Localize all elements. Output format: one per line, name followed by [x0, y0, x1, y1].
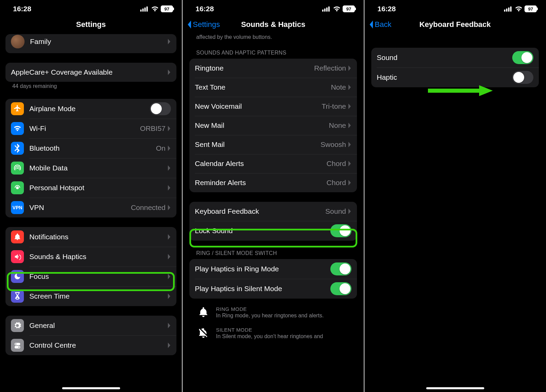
chevron-left-icon	[187, 20, 192, 29]
page-title: Sounds & Haptics	[241, 20, 305, 29]
group-applecare: AppleCare+ Coverage Available	[5, 63, 176, 82]
home-indicator	[62, 387, 120, 389]
ring-info-body: In Ring mode, you hear ringtones and ale…	[216, 313, 324, 319]
silent-info-body: In Silent mode, you don't hear ringtones…	[216, 333, 323, 340]
notifications-row[interactable]: Notifications	[5, 227, 176, 247]
focus-row[interactable]: Focus	[5, 267, 176, 286]
home-indicator	[426, 387, 484, 389]
chevron-right-icon	[168, 322, 171, 329]
general-label: General	[29, 321, 168, 330]
status-right: 97	[504, 5, 537, 12]
general-row[interactable]: General	[5, 316, 176, 335]
mobile-data-row[interactable]: Mobile Data	[5, 158, 176, 178]
vpn-icon: VPN	[11, 201, 24, 214]
control-centre-row[interactable]: Control Centre	[5, 335, 176, 355]
silent-haptics-row[interactable]: Play Haptics in Silent Mode	[189, 279, 357, 299]
sounds-scroll[interactable]: affected by the volume buttons. SOUNDS A…	[183, 34, 364, 392]
calendar-label: Calendar Alerts	[195, 160, 327, 168]
wifi-icon	[151, 6, 159, 12]
page-title: Settings	[76, 20, 106, 29]
voicemail-label: New Voicemail	[195, 102, 321, 110]
applecare-label: AppleCare+ Coverage Available	[11, 68, 168, 76]
newmail-row[interactable]: New Mail None	[189, 116, 357, 135]
chevron-right-icon	[168, 205, 171, 211]
settings-scroll[interactable]: Family AppleCare+ Coverage Available 44 …	[0, 34, 182, 392]
phone-keyboard-feedback: 16:28 97 Back Keyboard Feedback Sound Ha…	[364, 0, 546, 392]
group-general: General Control Centre	[5, 316, 176, 355]
vpn-value: Connected	[131, 203, 166, 212]
sentmail-value: Swoosh	[320, 140, 346, 149]
chevron-right-icon	[168, 125, 171, 132]
ring-haptics-row[interactable]: Play Haptics in Ring Mode	[189, 259, 357, 279]
chevron-right-icon	[168, 165, 171, 171]
ring-haptics-label: Play Haptics in Ring Mode	[195, 265, 330, 273]
ring-haptics-toggle[interactable]	[330, 262, 351, 275]
airplane-icon	[11, 102, 24, 115]
sentmail-row[interactable]: Sent Mail Swoosh	[189, 135, 357, 154]
family-label: Family	[30, 37, 168, 46]
chevron-right-icon	[348, 65, 351, 71]
wifi-icon	[515, 6, 522, 12]
kb-feedback-scroll[interactable]: Sound Haptic	[364, 34, 546, 392]
status-right: 97	[140, 5, 173, 12]
ringtone-value: Reflection	[314, 64, 346, 72]
airplane-toggle[interactable]	[150, 102, 171, 115]
texttone-label: Text Tone	[195, 83, 331, 91]
sound-toggle[interactable]	[512, 51, 533, 64]
gear-icon	[11, 319, 24, 332]
voicemail-value: Tri-tone	[321, 102, 346, 110]
sound-label: Sound	[377, 54, 512, 62]
chevron-right-icon	[348, 122, 351, 129]
back-button[interactable]: Back	[369, 20, 391, 29]
chevron-right-icon	[348, 103, 351, 109]
bell-fill-icon	[198, 306, 209, 317]
back-button[interactable]: Settings	[187, 20, 220, 29]
keyboard-feedback-row[interactable]: Keyboard Feedback Sound	[189, 202, 357, 221]
status-time: 16:28	[13, 5, 31, 13]
battery-icon: 97	[343, 5, 355, 12]
hotspot-row[interactable]: Personal Hotspot	[5, 178, 176, 198]
reminder-row[interactable]: Reminder Alerts Chord	[189, 173, 357, 192]
airplane-label: Airplane Mode	[29, 105, 150, 113]
sound-row[interactable]: Sound	[371, 48, 539, 67]
chevron-right-icon	[348, 180, 351, 186]
bluetooth-row[interactable]: Bluetooth On	[5, 138, 176, 158]
sounds-haptics-label: Sounds & Haptics	[29, 253, 168, 261]
wifi-icon	[333, 6, 341, 12]
switches-icon	[11, 339, 24, 352]
sounds-haptics-row[interactable]: Sounds & Haptics	[5, 247, 176, 267]
vpn-row[interactable]: VPN VPN Connected	[5, 198, 176, 217]
wifi-row[interactable]: Wi-Fi ORBI57	[5, 119, 176, 138]
haptic-row[interactable]: Haptic	[371, 67, 539, 87]
screentime-label: Screen Time	[29, 292, 168, 300]
control-centre-label: Control Centre	[29, 341, 168, 349]
bluetooth-value: On	[156, 144, 166, 152]
calendar-row[interactable]: Calendar Alerts Chord	[189, 154, 357, 173]
family-row[interactable]: Family	[5, 34, 176, 53]
airplane-row[interactable]: Airplane Mode	[5, 99, 176, 119]
haptic-toggle[interactable]	[512, 71, 533, 84]
group-kb-feedback: Sound Haptic	[371, 48, 539, 87]
silent-haptics-toggle[interactable]	[330, 282, 351, 295]
status-time: 16:28	[377, 5, 396, 13]
page-title: Keyboard Feedback	[419, 20, 491, 29]
reminder-label: Reminder Alerts	[195, 179, 327, 187]
ringtone-row[interactable]: Ringtone Reflection	[189, 59, 357, 78]
volume-note: affected by the volume buttons.	[189, 34, 357, 40]
status-right: 97	[322, 5, 355, 12]
group-keyboard-lock: Keyboard Feedback Sound Lock Sound	[189, 202, 357, 241]
sentmail-label: Sent Mail	[195, 140, 320, 149]
lock-sound-row[interactable]: Lock Sound	[189, 221, 357, 241]
applecare-row[interactable]: AppleCare+ Coverage Available	[5, 63, 176, 82]
hourglass-icon	[11, 290, 24, 303]
voicemail-row[interactable]: New Voicemail Tri-tone	[189, 97, 357, 116]
wifi-settings-icon	[11, 122, 24, 135]
texttone-row[interactable]: Text Tone Note	[189, 78, 357, 97]
mobile-data-label: Mobile Data	[29, 164, 168, 172]
wifi-value: ORBI57	[140, 124, 166, 133]
bell-slash-icon	[198, 327, 209, 338]
lock-sound-toggle[interactable]	[330, 224, 351, 237]
status-bar: 16:28 97	[0, 0, 182, 15]
screentime-row[interactable]: Screen Time	[5, 286, 176, 306]
antenna-icon	[11, 162, 24, 175]
